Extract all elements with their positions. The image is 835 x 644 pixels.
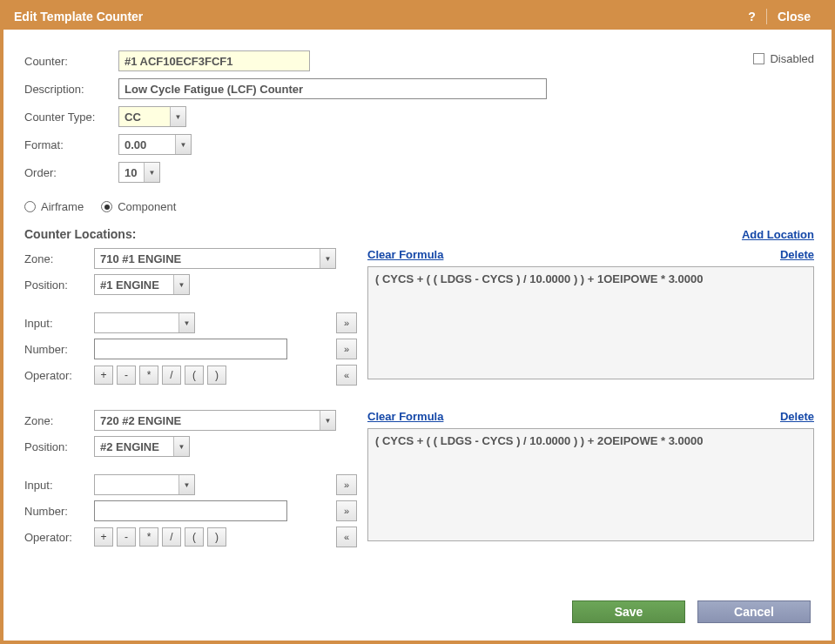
insert-number-button[interactable]: » (336, 339, 357, 359)
airframe-radio[interactable]: Airframe (24, 200, 84, 213)
chevron-down-icon: ▼ (175, 135, 191, 154)
chevron-down-icon: ▼ (178, 475, 194, 494)
number-input[interactable] (94, 500, 287, 521)
scope-radio-group: Airframe Component (24, 200, 814, 213)
titlebar: Edit Template Counter ? Close (3, 3, 832, 30)
format-label: Format: (24, 138, 118, 151)
description-label: Description: (24, 83, 118, 96)
input-select[interactable]: ▼ (94, 474, 195, 495)
clear-formula-link[interactable]: Clear Formula (367, 410, 443, 423)
location-right: Clear Formula Delete (367, 248, 814, 391)
insert-input-button[interactable]: » (336, 474, 357, 495)
delete-location-link[interactable]: Delete (780, 410, 814, 423)
footer-buttons: Save Cancel (572, 600, 811, 623)
chevron-down-icon: ▼ (170, 107, 185, 126)
locations-title: Counter Locations: (24, 227, 136, 241)
zone-value: 710 #1 ENGINE (95, 249, 320, 268)
airframe-label: Airframe (41, 200, 84, 213)
op-minus-button[interactable]: - (117, 366, 136, 385)
remove-token-button[interactable]: « (336, 365, 357, 386)
insert-input-button[interactable]: » (336, 312, 357, 333)
close-button[interactable]: Close (767, 10, 821, 23)
dialog-title: Edit Template Counter (14, 10, 143, 23)
zone-select[interactable]: 710 #1 ENGINE ▼ (94, 248, 336, 269)
position-value: #1 ENGINE (95, 275, 173, 294)
op-rparen-button[interactable]: ) (207, 527, 226, 547)
radio-icon (101, 201, 112, 212)
operator-buttons: + - * / ( ) (94, 366, 226, 385)
format-value: 0.00 (119, 135, 175, 154)
input-label: Input: (24, 317, 94, 330)
order-select[interactable]: 10 ▼ (118, 162, 160, 183)
insert-number-button[interactable]: » (336, 500, 357, 521)
delete-location-link[interactable]: Delete (780, 248, 814, 261)
radio-icon (24, 201, 36, 212)
op-rparen-button[interactable]: ) (207, 366, 226, 385)
chevron-down-icon: ▼ (320, 411, 335, 430)
position-label: Position: (24, 278, 94, 292)
locations-header: Counter Locations: Add Location (24, 227, 814, 241)
input-select[interactable]: ▼ (94, 312, 195, 333)
help-button[interactable]: ? (737, 10, 766, 23)
location-block: Zone: 720 #2 ENGINE ▼ Position: #2 ENGIN… (24, 410, 814, 553)
chevron-down-icon: ▼ (178, 313, 194, 332)
number-label: Number: (24, 343, 94, 356)
zone-select[interactable]: 720 #2 ENGINE ▼ (94, 410, 336, 431)
clear-formula-link[interactable]: Clear Formula (367, 248, 443, 261)
op-multiply-button[interactable]: * (139, 527, 158, 547)
add-location-link[interactable]: Add Location (742, 228, 814, 241)
order-label: Order: (24, 166, 118, 179)
zone-label: Zone: (24, 414, 94, 427)
location-left: Zone: 720 #2 ENGINE ▼ Position: #2 ENGIN… (24, 410, 357, 553)
zone-value: 720 #2 ENGINE (95, 411, 320, 430)
counter-type-label: Counter Type: (24, 111, 118, 124)
position-value: #2 ENGINE (95, 437, 173, 456)
component-label: Component (118, 200, 176, 213)
titlebar-actions: ? Close (737, 9, 821, 24)
operator-buttons: + - * / ( ) (94, 527, 226, 547)
formula-textarea[interactable] (367, 428, 814, 541)
formula-textarea[interactable] (367, 266, 814, 379)
input-label: Input: (24, 479, 94, 492)
chevron-down-icon: ▼ (173, 275, 189, 294)
counter-label: Counter: (24, 55, 118, 68)
counter-type-value: CC (119, 107, 170, 126)
disabled-checkbox-wrap[interactable]: Disabled (753, 52, 814, 65)
cancel-button[interactable]: Cancel (697, 600, 811, 623)
counter-type-select[interactable]: CC ▼ (118, 106, 186, 127)
component-radio[interactable]: Component (101, 200, 176, 213)
chevron-down-icon: ▼ (173, 437, 189, 456)
disabled-label: Disabled (770, 52, 814, 65)
format-select[interactable]: 0.00 ▼ (118, 134, 192, 155)
remove-token-button[interactable]: « (336, 527, 357, 547)
order-value: 10 (119, 163, 144, 182)
operator-label: Operator: (24, 531, 94, 544)
edit-template-counter-dialog: Edit Template Counter ? Close Counter: #… (0, 0, 835, 644)
chevron-down-icon: ▼ (144, 163, 159, 182)
location-right: Clear Formula Delete (367, 410, 814, 553)
op-plus-button[interactable]: + (94, 366, 113, 385)
op-lparen-button[interactable]: ( (185, 527, 204, 547)
save-button[interactable]: Save (572, 600, 685, 623)
op-multiply-button[interactable]: * (139, 366, 158, 385)
position-select[interactable]: #2 ENGINE ▼ (94, 436, 190, 457)
position-select[interactable]: #1 ENGINE ▼ (94, 274, 190, 295)
operator-label: Operator: (24, 369, 94, 382)
zone-label: Zone: (24, 252, 94, 265)
chevron-down-icon: ▼ (320, 249, 335, 268)
op-divide-button[interactable]: / (162, 527, 181, 547)
dialog-content: Counter: #1 ACF10ECF3FCF1 Description: C… (3, 30, 832, 553)
op-divide-button[interactable]: / (162, 366, 181, 385)
op-lparen-button[interactable]: ( (185, 366, 204, 385)
location-left: Zone: 710 #1 ENGINE ▼ Position: #1 ENGIN… (24, 248, 357, 391)
position-label: Position: (24, 440, 94, 453)
location-block: Zone: 710 #1 ENGINE ▼ Position: #1 ENGIN… (24, 248, 814, 391)
input-value (95, 313, 178, 332)
description-input[interactable] (118, 78, 547, 99)
op-minus-button[interactable]: - (117, 527, 136, 547)
disabled-checkbox[interactable] (753, 53, 764, 64)
number-input[interactable] (94, 339, 287, 359)
op-plus-button[interactable]: + (94, 527, 113, 547)
number-label: Number: (24, 505, 94, 518)
input-value (95, 475, 178, 494)
